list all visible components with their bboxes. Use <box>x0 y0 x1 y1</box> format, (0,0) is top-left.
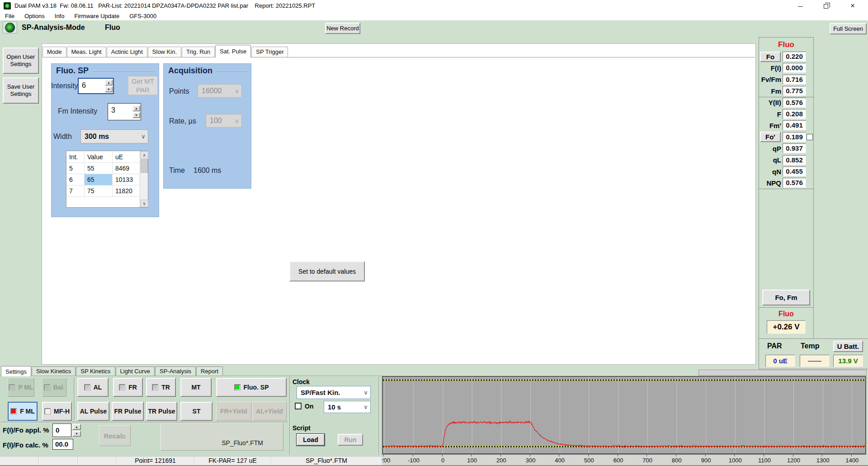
tab-mode[interactable]: Mode <box>42 47 66 57</box>
table-cell[interactable]: 65 <box>85 174 113 185</box>
table-cell[interactable]: 8469 <box>113 163 140 174</box>
tab-sp-trigger[interactable]: SP Trigger <box>251 47 288 57</box>
tab-sp-kinetics[interactable]: SP Kinetics <box>76 366 115 376</box>
chevron-down-icon: ∨ <box>361 389 370 396</box>
table-cell[interactable]: 10133 <box>113 174 140 185</box>
pml-toggle[interactable]: P ML <box>8 378 34 397</box>
fml-toggle[interactable]: F ML <box>8 402 38 421</box>
chart-axis-tick <box>646 455 647 456</box>
chart-axis-label: 700 <box>634 457 661 464</box>
table-cell[interactable]: 5 <box>66 163 85 174</box>
kinetics-chart <box>382 376 866 454</box>
intensity-down-icon[interactable]: ▼ <box>105 86 113 92</box>
tab-trig-run[interactable]: Trig. Run <box>182 47 215 57</box>
set-default-button[interactable]: Set to default values <box>289 261 365 281</box>
tab-actinic-light[interactable]: Actinic Light <box>107 47 147 57</box>
mfh-toggle[interactable]: MF-H <box>42 402 72 421</box>
chevron-down-icon: ∨ <box>139 133 148 140</box>
red-indicator-icon <box>10 408 17 414</box>
clock-mode-dropdown[interactable]: SP/Fast Kin. ∨ <box>297 386 371 399</box>
fm-intensity-down-icon[interactable]: ▼ <box>132 112 140 118</box>
table-header-value: Value <box>85 151 113 163</box>
clock-on-checkbox[interactable] <box>295 403 302 409</box>
fifo-appl-up-icon[interactable]: ▲ <box>72 424 81 430</box>
full-screen-button[interactable]: Full Screen <box>830 23 867 34</box>
fm-intensity-spinner[interactable]: 3 ▲▼ <box>108 103 141 120</box>
menu-firmware-update[interactable]: Firmware Update <box>69 12 124 20</box>
mode-icon-button[interactable] <box>3 21 17 33</box>
scroll-up-icon[interactable]: ∧ <box>140 151 148 159</box>
mt-button[interactable]: MT <box>180 378 212 397</box>
st-button[interactable]: ST <box>180 402 212 421</box>
tab-sp-analysis[interactable]: SP-Analysis <box>155 366 196 376</box>
scroll-thumb[interactable] <box>141 159 148 173</box>
result-label-Fo[interactable]: Fo <box>760 52 781 62</box>
checkbox-icon <box>84 384 90 390</box>
fm-intensity-up-icon[interactable]: ▲ <box>132 105 140 111</box>
status-cell <box>39 456 78 465</box>
status-cell <box>0 456 39 465</box>
al-toggle[interactable]: AL <box>77 378 108 397</box>
clock-interval-dropdown[interactable]: 10 s ∨ <box>324 401 371 413</box>
tab-light-curve[interactable]: Light Curve <box>116 366 155 376</box>
width-dropdown[interactable]: 300 ms ∨ <box>80 129 148 143</box>
table-scrollbar[interactable]: ∧ ∨ <box>140 151 148 207</box>
fo-fm-button[interactable]: Fo, Fm <box>762 290 810 305</box>
chart-axis-tick <box>822 455 822 456</box>
restore-button[interactable] <box>816 0 836 12</box>
intensity-spinner[interactable]: 6 ▲▼ <box>78 78 114 94</box>
fifo-appl-down-icon[interactable]: ▼ <box>72 431 81 437</box>
get-mt-par-button[interactable]: Get MT PAR <box>128 76 158 95</box>
table-cell[interactable]: 75 <box>85 185 113 197</box>
tab-meas-light[interactable]: Meas. Light <box>67 47 106 57</box>
chart-axis-tick <box>705 455 706 456</box>
table-cell[interactable]: 55 <box>85 163 113 174</box>
tab-slow-kin[interactable]: Slow Kin. <box>148 47 181 57</box>
save-user-settings-button[interactable]: Save User Settings <box>3 77 39 104</box>
table-cell[interactable]: 11820 <box>113 185 140 197</box>
table-cell[interactable]: 7 <box>66 185 85 197</box>
meters-panel: PAR Temp U Batt. 0 uE —— 13.9 V <box>759 338 868 369</box>
script-load-button[interactable]: Load <box>297 434 325 446</box>
result-label-Fo'[interactable]: Fo' <box>760 132 781 142</box>
al-yield-button[interactable]: AL+Yield <box>252 402 287 421</box>
fifo-appl-value[interactable]: 0 <box>52 423 71 437</box>
menu-gfs-3000[interactable]: GFS-3000 <box>124 12 161 20</box>
tab-slow-kinetics[interactable]: Slow Kinetics <box>32 366 75 376</box>
open-user-settings-button[interactable]: Open User Settings <box>3 48 39 74</box>
close-button[interactable]: × <box>842 0 863 12</box>
menu-file[interactable]: File <box>0 12 19 20</box>
fr-toggle[interactable]: FR <box>113 378 143 397</box>
intensity-up-icon[interactable]: ▲ <box>105 80 113 86</box>
tr-toggle[interactable]: TR <box>146 378 176 397</box>
minimize-button[interactable] <box>790 0 811 12</box>
result-row-qN: qN0.455 <box>760 166 813 177</box>
result-label-F: F <box>760 110 783 118</box>
chart-axis-tick <box>851 455 852 456</box>
al-pulse-button[interactable]: AL Pulse <box>77 402 109 421</box>
new-record-button[interactable]: New Record <box>325 23 360 34</box>
chart-axis-tick <box>413 455 413 456</box>
chart-axis-label: 0 <box>429 457 457 464</box>
bal-toggle[interactable]: Bal. <box>42 378 66 397</box>
ubatt-button[interactable]: U Batt. <box>833 341 863 352</box>
result-row-Fo: Fo0.220 <box>760 51 813 62</box>
script-run-button[interactable]: Run <box>338 434 363 446</box>
fr-pulse-button[interactable]: FR Pulse <box>112 402 144 421</box>
tab-settings[interactable]: Settings <box>1 366 31 376</box>
fluo-sp-toggle[interactable]: Fluo. SP <box>216 378 287 397</box>
fo-prime-checkbox[interactable] <box>807 134 813 140</box>
tr-pulse-button[interactable]: TR Pulse <box>146 402 177 421</box>
recalc-button[interactable]: Recalc <box>99 425 131 446</box>
divider <box>289 376 290 455</box>
status-bar: Point= 121691 FK-PAR= 127 uE SP_Fluo*.FT… <box>0 456 382 465</box>
fr-yield-button[interactable]: FR+Yield <box>216 402 251 421</box>
menu-options[interactable]: Options <box>19 12 50 20</box>
chart-axis-label: 300 <box>517 457 544 464</box>
chart-axis-tick <box>442 455 443 456</box>
table-cell[interactable]: 6 <box>66 174 85 185</box>
tab-report[interactable]: Report <box>196 366 223 376</box>
menu-info[interactable]: Info <box>50 12 70 20</box>
tab-sat-pulse[interactable]: Sat. Pulse <box>215 45 251 57</box>
scroll-down-icon[interactable]: ∨ <box>140 200 148 207</box>
